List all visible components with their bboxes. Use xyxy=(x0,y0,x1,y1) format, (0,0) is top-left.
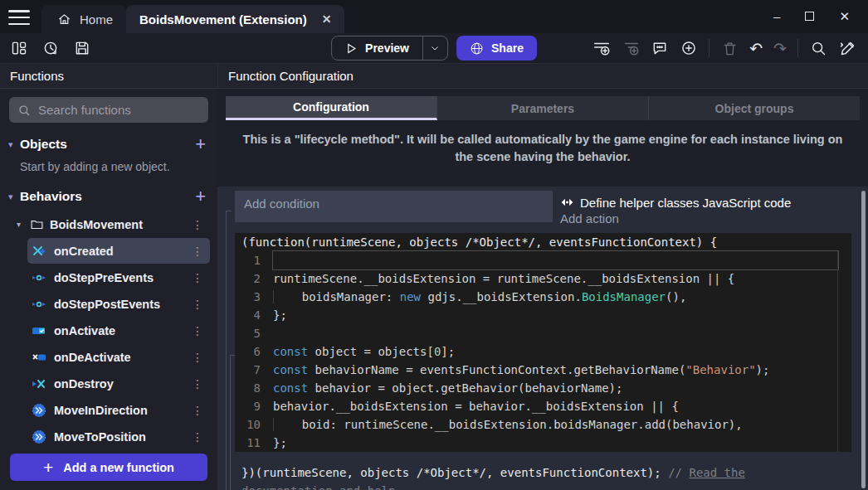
collapse-arrow-icon[interactable]: ▾ xyxy=(8,139,20,150)
add-event-icon[interactable] xyxy=(592,39,611,57)
tab-parameters[interactable]: Parameters xyxy=(437,96,649,120)
behaviors-section-header[interactable]: ▾ Behaviors + xyxy=(0,180,217,211)
function-item-label: doStepPostEvents xyxy=(54,298,160,311)
add-object-button[interactable]: + xyxy=(195,135,206,153)
hamburger-menu-icon[interactable] xyxy=(8,10,30,25)
function-item-label: onDeActivate xyxy=(54,351,131,364)
objects-section-title: Objects xyxy=(20,137,67,152)
code-text xyxy=(273,251,838,269)
js-event-title: Define helper classes JavaScript code xyxy=(580,196,791,210)
function-item-doStepPreEvents[interactable]: doStepPreEvents⋮ xyxy=(27,264,210,290)
add-subevent-icon[interactable] xyxy=(622,39,640,57)
preview-button[interactable]: Preview xyxy=(331,36,448,61)
folder-icon xyxy=(30,217,48,231)
search-functions-box[interactable] xyxy=(9,97,208,123)
action-cell: Define helper classes JavaScript code Ad… xyxy=(553,191,851,226)
tab-home[interactable]: Home xyxy=(41,5,126,33)
line-number: 9 xyxy=(235,397,273,415)
toolbar-center-group: Preview Share xyxy=(331,36,537,61)
code-line-4[interactable]: 4}; xyxy=(235,306,851,324)
close-window-icon[interactable]: ✕ xyxy=(839,10,850,22)
preview-button-main[interactable]: Preview xyxy=(332,36,422,60)
minimize-icon[interactable]: – xyxy=(773,10,780,22)
code-editor[interactable]: (function(runtimeScene, objects /*Object… xyxy=(235,233,851,452)
project-manager-icon[interactable] xyxy=(10,39,28,57)
share-button[interactable]: Share xyxy=(456,36,537,61)
function-item-label: onActivate xyxy=(54,324,115,337)
function-item-label: MoveToPosition xyxy=(54,430,146,444)
code-line-10[interactable]: 10 boid: runtimeScene.__boidsExtension.b… xyxy=(235,415,851,434)
add-function-label: Add a new function xyxy=(63,461,174,474)
row-menu-icon[interactable]: ⋮ xyxy=(192,430,210,444)
play-icon xyxy=(345,42,358,55)
edit-extension-icon[interactable] xyxy=(838,39,856,57)
function-item-onActivate[interactable]: onActivate⋮ xyxy=(27,318,210,343)
function-item-onDestroy[interactable]: onDestroy⋮ xyxy=(27,371,210,396)
collapse-arrow-icon[interactable]: ▾ xyxy=(17,220,30,229)
add-action-button[interactable]: Add action xyxy=(560,211,851,226)
objects-section-header[interactable]: ▾ Objects + xyxy=(0,128,217,158)
row-menu-icon[interactable]: ⋮ xyxy=(192,218,210,231)
save-icon[interactable] xyxy=(73,39,91,57)
redo-icon[interactable]: ↷ xyxy=(773,41,787,56)
add-comment-icon[interactable] xyxy=(651,39,669,57)
undo-icon[interactable]: ↶ xyxy=(749,41,763,56)
delete-icon[interactable] xyxy=(720,39,739,57)
code-line-9[interactable]: 9behavior.__boidsExtension = behavior.__… xyxy=(235,397,851,415)
step-icon xyxy=(32,298,54,311)
behaviors-section-title: Behaviors xyxy=(20,189,82,204)
code-event-icon xyxy=(560,197,574,207)
code-line-2[interactable]: 2runtimeScene.__boidsExtension = runtime… xyxy=(235,269,851,288)
js-code-event[interactable]: Add condition Define helper classes Java… xyxy=(235,191,851,490)
code-line-1[interactable]: 1 xyxy=(235,251,851,269)
code-line-7[interactable]: 7const behaviorName = eventsFunctionCont… xyxy=(235,361,851,379)
add-behavior-button[interactable]: + xyxy=(195,187,206,206)
code-text: }; xyxy=(273,434,838,452)
row-menu-icon[interactable]: ⋮ xyxy=(192,271,210,284)
tab-close-icon[interactable]: ✕ xyxy=(322,12,332,26)
code-line-6[interactable]: 6const object = objects[0]; xyxy=(235,342,851,361)
preview-dropdown[interactable] xyxy=(422,36,447,60)
add-condition-button[interactable]: Add condition xyxy=(235,191,553,222)
function-item-onDeActivate[interactable]: onDeActivate⋮ xyxy=(27,344,210,370)
behavior-group-row[interactable]: ▾ BoidsMovement ⋮ xyxy=(17,211,210,237)
maximize-icon[interactable] xyxy=(805,12,814,21)
function-item-doStepPostEvents[interactable]: doStepPostEvents⋮ xyxy=(27,291,210,317)
code-line-5[interactable]: 5 xyxy=(235,324,851,342)
row-menu-icon[interactable]: ⋮ xyxy=(192,377,210,391)
functions-sidebar: Functions ▾ Objects + Start by adding a … xyxy=(0,64,217,490)
line-number: 7 xyxy=(235,361,273,379)
row-menu-icon[interactable]: ⋮ xyxy=(192,245,210,258)
function-item-MoveToPosition[interactable]: MoveToPosition⋮ xyxy=(27,424,210,449)
code-text xyxy=(273,324,838,342)
row-menu-icon[interactable]: ⋮ xyxy=(192,324,210,337)
history-icon[interactable] xyxy=(41,39,60,57)
toolbar-divider xyxy=(709,39,710,57)
footer-comment-prefix: // xyxy=(668,466,689,479)
tab-home-label: Home xyxy=(80,12,113,27)
row-menu-icon[interactable]: ⋮ xyxy=(192,298,210,311)
tab-object-groups[interactable]: Object groups xyxy=(649,96,860,120)
events-scrollbar[interactable] xyxy=(861,191,866,488)
code-line-11[interactable]: 11}; xyxy=(235,434,851,452)
search-functions-input[interactable] xyxy=(38,103,203,117)
sidebar-header-title: Functions xyxy=(10,69,64,83)
code-text: boid: runtimeScene.__boidsExtension.boid… xyxy=(273,415,838,434)
code-line-3[interactable]: 3 boidsManager: new gdjs.__boidsExtensio… xyxy=(235,288,851,306)
window-controls: – ✕ xyxy=(773,10,868,32)
code-lines[interactable]: 1 2runtimeScene.__boidsExtension = runti… xyxy=(235,251,851,452)
search-icon xyxy=(17,104,31,117)
code-text: runtimeScene.__boidsExtension = runtimeS… xyxy=(273,269,838,288)
add-function-button[interactable]: + Add a new function xyxy=(10,454,207,481)
code-line-8[interactable]: 8const behavior = object.getBehavior(beh… xyxy=(235,379,851,397)
add-circle-icon[interactable] xyxy=(680,39,698,57)
footer-code: })(runtimeScene, objects /*Object*/, eve… xyxy=(241,466,668,479)
tab-extension[interactable]: BoidsMovement (Extension) ✕ xyxy=(126,5,344,33)
tab-configuration[interactable]: Configuration xyxy=(226,96,437,120)
search-icon[interactable] xyxy=(809,39,827,57)
function-item-onCreated[interactable]: onCreated⋮ xyxy=(27,238,210,264)
row-menu-icon[interactable]: ⋮ xyxy=(192,404,210,417)
row-menu-icon[interactable]: ⋮ xyxy=(192,351,210,364)
collapse-arrow-icon[interactable]: ▾ xyxy=(8,192,20,202)
function-item-MoveInDirection[interactable]: MoveInDirection⋮ xyxy=(27,397,210,423)
